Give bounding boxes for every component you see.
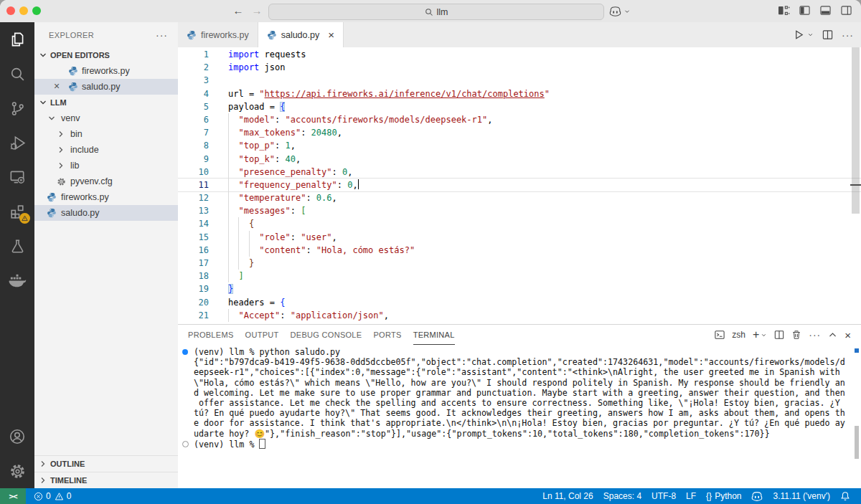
docker-view-button[interactable] — [0, 263, 34, 298]
close-panel-icon[interactable]: × — [844, 329, 851, 341]
command-pending-decoration-icon[interactable] — [182, 441, 189, 447]
code-line-3[interactable]: 3 — [178, 74, 861, 87]
vscode-window: ← → llm — [0, 0, 861, 504]
code-line-14[interactable]: 14 { — [178, 217, 861, 230]
tree-item-venv[interactable]: venv — [34, 110, 178, 126]
maximize-panel-icon[interactable] — [828, 331, 837, 340]
tree-item-lib[interactable]: lib — [34, 158, 178, 173]
tree-item-bin[interactable]: bin — [34, 126, 178, 142]
open-editor-saludo.py[interactable]: ×saludo.py — [34, 79, 178, 95]
run-and-debug-view-button[interactable] — [0, 125, 34, 160]
code-line-21[interactable]: 21 "Accept": "application/json", — [178, 309, 861, 322]
tree-item-saludo.py[interactable]: saludo.py — [34, 205, 178, 221]
code-line-18[interactable]: 18 ] — [178, 270, 861, 282]
open-editors-section-header[interactable]: OPEN EDITORS — [34, 47, 178, 63]
section-header-outline[interactable]: OUTLINE — [34, 455, 178, 472]
accounts-button[interactable] — [0, 419, 34, 454]
toggle-primary-sidebar-icon[interactable] — [799, 5, 811, 16]
notifications-bell[interactable] — [840, 491, 850, 501]
toggle-panel-icon[interactable] — [819, 5, 832, 16]
section-header-timeline[interactable]: TIMELINE — [34, 472, 178, 488]
toggle-secondary-sidebar-icon[interactable] — [840, 5, 852, 16]
editor-scrollbar[interactable] — [852, 47, 860, 214]
terminal-output[interactable]: (venv) llm % python saludo.py{"id":"b797… — [178, 345, 861, 449]
language-mode-status[interactable]: {}Python — [706, 491, 741, 501]
problems-status[interactable]: 0 0 — [29, 491, 76, 501]
command-decoration-icon[interactable] — [182, 349, 188, 355]
code-line-5[interactable]: 5payload = { — [178, 100, 861, 113]
code-line-4[interactable]: 4url = "https://api.fireworks.ai/inferen… — [178, 87, 861, 100]
tree-item-include[interactable]: include — [34, 142, 178, 158]
panel-tab-output[interactable]: OUTPUT — [245, 325, 279, 345]
search-view-button[interactable] — [0, 57, 34, 91]
code-line-8[interactable]: 8 "top_p": 1, — [178, 139, 861, 152]
copilot-menu-button[interactable] — [609, 4, 631, 19]
navigate-forward-button[interactable]: → — [249, 3, 265, 19]
code-line-2[interactable]: 2import json — [178, 61, 861, 74]
copilot-status[interactable] — [751, 492, 763, 501]
customize-layout-icon[interactable] — [778, 5, 790, 16]
code-line-10[interactable]: 10 "presence_penalty": 0, — [178, 166, 861, 179]
code-line-7[interactable]: 7 "max_tokens": 20480, — [178, 126, 861, 139]
split-terminal-icon[interactable] — [774, 330, 784, 340]
python-interpreter-status[interactable]: 3.11.11 ('venv') — [773, 491, 830, 501]
code-line-17[interactable]: 17 } — [178, 257, 861, 270]
terminal-cursor — [259, 439, 265, 449]
code-line-20[interactable]: 20headers = { — [178, 296, 861, 309]
source-control-view-button[interactable] — [0, 91, 34, 125]
testing-view-button[interactable] — [0, 229, 34, 263]
terminal-scrollbar[interactable] — [855, 426, 859, 459]
editor-more-actions-button[interactable]: ··· — [842, 29, 854, 41]
split-editor-icon[interactable] — [822, 29, 833, 40]
title-bar: ← → llm — [0, 0, 861, 23]
explorer-more-actions-button[interactable]: ··· — [156, 29, 168, 41]
command-center-search[interactable]: llm — [268, 4, 604, 20]
panel-tab-ports[interactable]: PORTS — [373, 325, 401, 345]
tab-saludo.py[interactable]: saludo.py× — [258, 22, 344, 47]
panel-tab-debug-console[interactable]: DEBUG CONSOLE — [291, 325, 362, 345]
terminal-line-9: udarte hoy? 😊"},"finish_reason":"stop"}]… — [194, 429, 861, 439]
eol-status[interactable]: LF — [686, 491, 696, 501]
source-control-icon — [9, 100, 27, 118]
open-editor-fireworks.py[interactable]: fireworks.py — [34, 63, 178, 79]
panel-tab-problems[interactable]: PROBLEMS — [188, 325, 234, 345]
line-number: 15 — [178, 231, 226, 244]
code-line-1[interactable]: 1import requests — [178, 48, 861, 61]
kill-terminal-icon[interactable] — [791, 330, 801, 340]
remote-explorer-view-button[interactable] — [0, 160, 34, 194]
code-line-6[interactable]: 6 "model": "accounts/fireworks/models/de… — [178, 113, 861, 126]
code-line-15[interactable]: 15 "role": "user", — [178, 231, 861, 244]
explorer-view-button[interactable] — [0, 22, 34, 57]
remote-indicator[interactable]: >< — [0, 488, 26, 504]
minimize-window-button[interactable] — [19, 6, 28, 15]
errors-icon — [34, 492, 43, 501]
indentation-status[interactable]: Spaces: 4 — [603, 491, 641, 501]
cursor-position-status[interactable]: Ln 11, Col 26 — [542, 491, 593, 501]
panel-tab-terminal[interactable]: TERMINAL — [413, 325, 455, 345]
new-terminal-button[interactable]: + — [753, 328, 759, 341]
zoom-window-button[interactable] — [32, 6, 41, 15]
close-editor-icon[interactable]: × — [54, 80, 60, 92]
panel-more-actions-button[interactable]: ··· — [809, 329, 821, 341]
tree-item-pyvenv.cfg[interactable]: pyvenv.cfg — [34, 173, 178, 189]
folder-section-header[interactable]: LLM — [34, 95, 178, 110]
run-dropdown-chevron-icon[interactable] — [807, 32, 814, 38]
code-line-12[interactable]: 12 "temperature": 0.6, — [178, 191, 861, 204]
run-python-file-icon[interactable] — [794, 29, 804, 40]
code-line-11[interactable]: 11 "frequency_penalty": 0, — [178, 179, 861, 191]
navigate-back-button[interactable]: ← — [230, 3, 246, 19]
close-window-button[interactable] — [6, 6, 15, 15]
terminal-dropdown-chevron-icon[interactable] — [761, 332, 767, 338]
code-editor[interactable]: 1import requests2import json34url = "htt… — [178, 47, 861, 325]
encoding-status[interactable]: UTF-8 — [651, 491, 676, 501]
extensions-view-button[interactable] — [0, 194, 34, 229]
code-line-19[interactable]: 19} — [178, 282, 861, 295]
code-line-16[interactable]: 16 "content": "Hola, cómo estás?" — [178, 244, 861, 257]
code-line-13[interactable]: 13 "messages": [ — [178, 204, 861, 217]
tree-item-fireworks.py[interactable]: fireworks.py — [34, 189, 178, 205]
code-line-9[interactable]: 9 "top_k": 40, — [178, 153, 861, 166]
tab-fireworks.py[interactable]: fireworks.py — [178, 22, 258, 47]
settings-button[interactable] — [0, 454, 34, 488]
close-tab-icon[interactable]: × — [328, 29, 334, 41]
terminal-line-10: (venv) llm % — [194, 439, 861, 449]
